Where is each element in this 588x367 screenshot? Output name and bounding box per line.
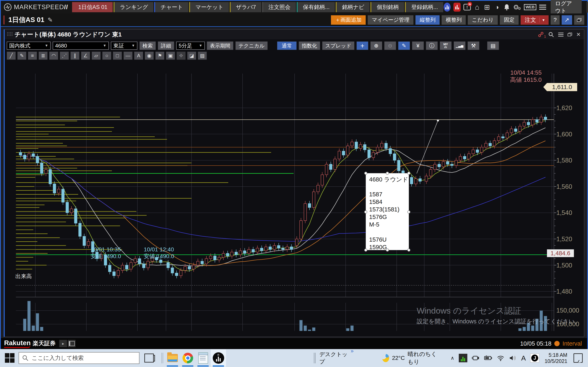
draw-tool-pentagon[interactable]: ▱ [92,52,101,60]
main-tab-1[interactable]: ランキング [113,2,153,12]
header-button-5[interactable]: 固定 [500,15,519,25]
header-button-1[interactable]: マイページ管理 [368,15,414,25]
draw-tool-erase-all[interactable]: ▨ [198,52,207,60]
menu-icon[interactable] [539,3,546,12]
zoom-in-button[interactable]: ⊕ [370,42,382,50]
ime-mode-icon[interactable]: A [521,354,526,362]
price-chart[interactable]: 1,6201,6001,5801,5601,5401,5201,5001,480… [13,62,588,331]
camera-tray-icon[interactable] [472,355,480,361]
main-tab-4[interactable]: ザラバ7 [230,2,261,12]
collapse-panel-button[interactable]: ▸ [59,340,67,347]
info-button[interactable]: ⓘ [426,42,438,50]
draw-tool-horizontal-line[interactable]: — [123,52,132,60]
header-button-3[interactable]: 横整列 [442,15,466,25]
taskbar-clock[interactable]: 5:18 AM 10/5/2021 [545,352,567,364]
symbol-code-select[interactable]: 4680▼ [53,42,109,50]
taskbar-marketspeed[interactable]: R [211,350,226,367]
panel-layout-button[interactable] [68,340,76,347]
draw-tool-fibonacci-arcs[interactable]: ◠ [49,52,58,60]
stock-monitor-tray-icon[interactable] [459,354,467,362]
display-contrast-icon[interactable]: ◑ [493,3,501,12]
order-button[interactable]: 注文 ▾ [521,15,549,25]
area-chart-button[interactable]: ▁▃▅ [454,42,466,50]
print-button[interactable]: ▤ [487,42,499,50]
speaker-tray-icon[interactable] [509,355,517,361]
action-center-button[interactable] [573,353,583,363]
resize-handle[interactable] [407,210,410,213]
ime-language-icon[interactable]: J [530,354,539,363]
wifi-tray-icon[interactable] [497,355,504,361]
taskbar-search-input[interactable]: ここに入力して検索 [18,352,139,364]
alert-bubble-icon[interactable]: ! N [463,3,471,12]
draw-tool-duplicate[interactable]: ▣ [166,52,175,60]
draw-tool-eraser[interactable]: ◪ [187,52,196,60]
draw-tool-speed-lines[interactable]: ∠ [81,52,90,60]
draw-tool-horizontal-lines-3[interactable]: ≡ [28,52,37,60]
mode-spread-button[interactable]: スプレッド [322,42,355,50]
draw-tool-hand-move[interactable]: ✥ [177,52,186,60]
main-tab-0[interactable]: 1日信AS 01 [72,2,113,12]
add-window-icon[interactable]: ⊞ [484,3,490,12]
draw-tool-horizontal-lines-4[interactable]: ≣ [39,52,48,60]
main-tab-5[interactable]: 注文照会 [262,2,296,12]
chart-restore-icon[interactable] [568,33,572,36]
draw-tool-pencil-line[interactable]: ✎ [17,52,26,60]
candle-shortcut-icon[interactable] [453,3,460,12]
note-annotation-box[interactable]: 4680 ラウンド 158715841573(1581)1576GM-5 157… [366,173,409,250]
resize-handle[interactable] [407,172,410,175]
layout-window-button[interactable] [574,15,584,25]
chart-menu-icon[interactable] [558,33,563,36]
drag-grip-icon[interactable]: ⠿⠿ [6,31,12,38]
search-icon[interactable] [548,31,554,38]
start-button[interactable] [5,353,15,363]
hidden-icons-chevron[interactable]: ∧ [450,355,454,361]
yen-button[interactable]: ¥ [412,42,424,50]
link-group-icon[interactable]: 1 [538,31,544,38]
bell-icon[interactable] [503,3,510,12]
taskbar-chrome[interactable] [180,350,195,367]
task-view-button[interactable] [144,354,154,363]
resize-handle[interactable] [386,172,389,175]
pointer-link-button[interactable]: ↗ [562,15,572,25]
draw-tool-rectangle[interactable]: □ [113,52,122,60]
draw-tool-gann-fan[interactable]: ⋰ [60,52,69,60]
resize-handle[interactable] [364,249,367,252]
web-icon[interactable]: WEB [524,4,536,10]
detail-button[interactable]: 詳細 [158,42,174,50]
resize-handle[interactable] [386,249,389,252]
chart-close-icon[interactable]: ✕ [576,31,581,38]
header-button-2[interactable]: 縦整列 [415,15,440,25]
main-tab-6[interactable]: 保有銘柄... [297,2,335,12]
resize-handle[interactable] [407,249,410,252]
battery-tray-icon[interactable] [484,355,492,361]
exchange-select[interactable]: 東証▼ [111,42,138,50]
resize-handle[interactable] [364,172,367,175]
mode-index-button[interactable]: 指数化 [299,42,320,50]
main-tab-3[interactable]: マーケット [189,2,229,12]
draw-pencil-button[interactable]: ✎ [398,42,410,50]
zoom-out-button[interactable]: ⊖ [384,42,396,50]
taskbar-file-explorer[interactable] [165,350,180,367]
minimize-button[interactable]: – [587,2,588,13]
resize-handle[interactable] [364,210,367,213]
crosshair-button[interactable]: + [356,42,368,50]
chart-shortcut-icon[interactable] [444,3,450,12]
my-chart-button[interactable]: MYılı [440,42,452,50]
main-tab-8[interactable]: 個別銘柄 [370,2,404,12]
search-button[interactable]: 検索 [139,42,156,50]
main-tab-2[interactable]: チャート [154,2,188,12]
draw-tool-icon-stamp[interactable]: ◉ [145,52,154,60]
mode-normal-button[interactable]: 通常 [277,42,297,50]
technical-button[interactable]: テクニカル [235,42,268,50]
home-icon[interactable]: ⌂ [474,3,481,12]
main-tab-9[interactable]: 登録銘柄... [405,2,443,12]
period-button[interactable]: 表示期間 [207,42,233,50]
desktop-toolbar[interactable]: デスクトップ » [319,351,354,365]
draw-tool-vertical-grid[interactable]: ∥ [70,52,79,60]
weather-widget[interactable]: 22°C 晴れのちくもり [382,350,442,366]
chevrons-icon[interactable]: » [351,348,354,354]
draw-tool-text[interactable]: A [134,52,143,60]
header-button-0[interactable]: ＋画面追加 [331,15,366,25]
settings-gears-icon[interactable]: ⚙⚙ [513,3,521,12]
interval-select[interactable]: 5分足▼ [176,42,205,50]
